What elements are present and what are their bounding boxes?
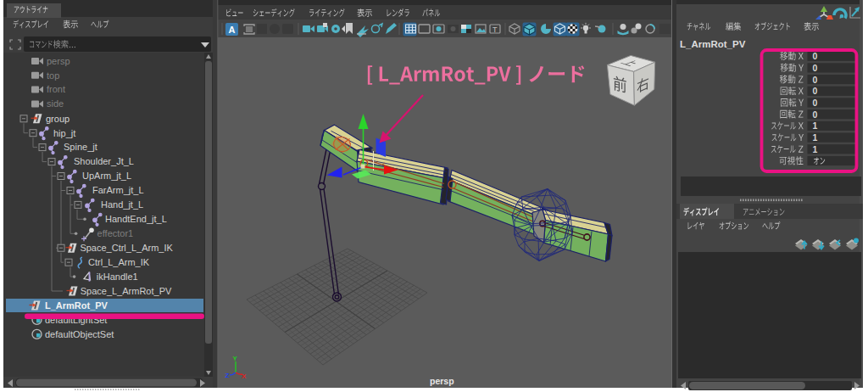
svg-text:UpArm_jt_L: UpArm_jt_L: [82, 171, 131, 181]
svg-text:Hand_jt_L: Hand_jt_L: [101, 199, 143, 210]
svg-text:L_ArmRot_PV: L_ArmRot_PV: [45, 300, 108, 311]
svg-text:0: 0: [813, 75, 818, 85]
svg-text:0: 0: [813, 109, 818, 120]
svg-text:1: 1: [813, 144, 818, 154]
svg-text:0: 0: [813, 86, 818, 96]
svg-text:effector1: effector1: [97, 228, 134, 238]
svg-text:A: A: [229, 25, 236, 35]
svg-text:ikHandle1: ikHandle1: [97, 272, 138, 282]
svg-text:HandtEnd_jt_L: HandtEnd_jt_L: [105, 214, 167, 224]
svg-text:Y: Y: [233, 355, 238, 362]
svg-text:X: X: [242, 372, 247, 380]
svg-text:hip_jt: hip_jt: [53, 128, 75, 138]
svg-text:FarArm_jt_L: FarArm_jt_L: [92, 185, 144, 195]
svg-text:0: 0: [813, 51, 818, 61]
svg-text:Space_L_ArmRot_PV: Space_L_ArmRot_PV: [81, 286, 172, 296]
svg-text:Shoulder_Jt_L: Shoulder_Jt_L: [74, 156, 134, 166]
svg-text:0: 0: [813, 63, 818, 73]
svg-text:persp: persp: [47, 56, 70, 66]
svg-text:side: side: [47, 98, 64, 109]
svg-text:T: T: [492, 25, 498, 34]
svg-text:Spine_jt: Spine_jt: [64, 142, 97, 152]
svg-text:L_ArmRot_PV: L_ArmRot_PV: [680, 39, 746, 49]
svg-text:Z: Z: [225, 372, 230, 379]
svg-text:Space_Ctrl_L_Arm_IK: Space_Ctrl_L_Arm_IK: [80, 243, 173, 253]
svg-text:persp: persp: [430, 376, 454, 386]
svg-text:1: 1: [813, 132, 818, 143]
svg-text:top: top: [47, 70, 59, 81]
svg-text:group: group: [46, 114, 70, 124]
svg-text:front: front: [47, 84, 65, 94]
svg-text:1: 1: [813, 120, 818, 131]
svg-text:defaultObjectSet: defaultObjectSet: [45, 329, 114, 339]
svg-text:0: 0: [813, 98, 818, 108]
svg-text:Ctrl_L_Arm_IK: Ctrl_L_Arm_IK: [88, 257, 150, 267]
